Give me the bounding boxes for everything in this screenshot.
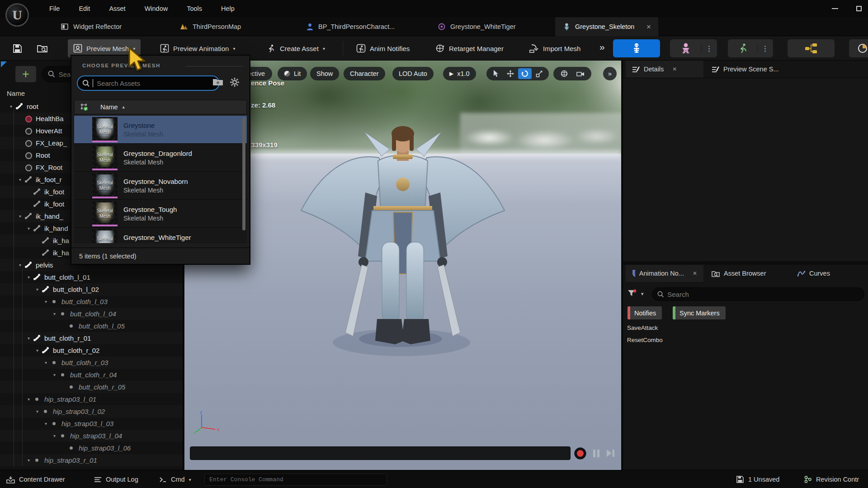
- menu-tools[interactable]: Tools: [177, 3, 212, 14]
- tree-column-header[interactable]: Name: [7, 89, 25, 97]
- notify-item[interactable]: SaveAttack: [627, 324, 658, 331]
- tab-widget-reflector[interactable]: Widget Reflector: [53, 17, 129, 36]
- preview-mesh-option[interactable]: Skeletal Mesh Greystone_ToughSkeletal Me…: [74, 200, 247, 228]
- expand-arrow-icon[interactable]: ▾: [42, 299, 50, 304]
- pause-button[interactable]: [593, 450, 600, 457]
- path-picker-button[interactable]: [212, 77, 223, 86]
- tree-row[interactable]: ▾butt_cloth_r_04: [0, 369, 183, 381]
- expand-arrow-icon[interactable]: ▾: [16, 177, 24, 182]
- expand-arrow-icon[interactable]: ▾: [51, 311, 58, 316]
- tab-bp-thirdpersoncharacter[interactable]: BP_ThirdPersonCharact...: [298, 17, 402, 36]
- tree-row[interactable]: ▾butt_cloth_r_01: [0, 332, 183, 344]
- expand-arrow-icon[interactable]: ▾: [51, 372, 58, 377]
- select-tool-icon[interactable]: [489, 68, 503, 79]
- view-settings-button[interactable]: [230, 77, 240, 87]
- expand-arrow-icon[interactable]: ▾: [16, 214, 24, 219]
- tab-close-icon[interactable]: ✕: [693, 270, 697, 277]
- save-button[interactable]: [7, 39, 28, 57]
- notifies-filter-chip[interactable]: Notifies: [627, 306, 662, 319]
- tree-row[interactable]: ▾hip_strap03_l_01: [0, 393, 183, 405]
- tab-close-icon[interactable]: ✕: [672, 66, 677, 72]
- output-log-button[interactable]: Output Log: [94, 470, 138, 488]
- tree-row[interactable]: ▾butt_cloth_l_04: [0, 308, 183, 320]
- tab-preview-scene-settings[interactable]: Preview Scene S...: [705, 61, 805, 78]
- skeleton-editor-button[interactable]: [613, 39, 660, 57]
- cmd-dropdown[interactable]: Cmd ▾: [159, 470, 191, 488]
- import-mesh-button[interactable]: Import Mesh: [524, 39, 586, 57]
- viewport-lod-button[interactable]: LOD Auto: [392, 67, 434, 80]
- expand-arrow-icon[interactable]: ▾: [51, 433, 58, 438]
- scale-tool-icon[interactable]: [533, 68, 546, 79]
- expand-arrow-icon[interactable]: ▾: [42, 421, 50, 426]
- notifies-search-box[interactable]: [652, 287, 864, 301]
- physics-editor-button[interactable]: [849, 39, 868, 57]
- tree-row[interactable]: ▾hip_strap03_l_03: [0, 418, 183, 430]
- mesh-options-kebab-icon[interactable]: ⋮: [701, 44, 717, 53]
- preview-animation-button[interactable]: Preview Animation ▾: [155, 39, 241, 57]
- filter-icon[interactable]: [627, 289, 637, 297]
- asset-search-input[interactable]: [97, 80, 214, 87]
- tab-greystone-skeleton[interactable]: Greystone_Skeleton ✕: [555, 17, 658, 36]
- expand-arrow-icon[interactable]: ▾: [42, 360, 50, 365]
- maximize-icon[interactable]: [856, 6, 862, 11]
- animation-options-kebab-icon[interactable]: ⋮: [757, 44, 773, 53]
- content-drawer-button[interactable]: Content Drawer: [6, 470, 65, 488]
- tree-row[interactable]: ▾butt_cloth_l_05: [0, 320, 183, 332]
- camera-speed-icon[interactable]: [574, 68, 587, 79]
- tree-row[interactable]: ▾hip_strap03_r_01: [0, 454, 183, 466]
- tree-row[interactable]: ▾butt_cloth_r_03: [0, 357, 183, 369]
- tree-row[interactable]: ▾butt_cloth_r_05: [0, 381, 183, 393]
- record-button[interactable]: [574, 447, 586, 460]
- console-command-box[interactable]: [204, 474, 387, 486]
- unsaved-status[interactable]: 1 Unsaved: [736, 470, 779, 488]
- tab-animation-notifies[interactable]: Animation No... ✕: [626, 265, 703, 282]
- viewport-character-button[interactable]: Character: [344, 67, 385, 80]
- notifies-search-input[interactable]: [667, 291, 859, 298]
- menu-help[interactable]: Help: [212, 3, 244, 14]
- tree-row[interactable]: ▾butt_cloth_l_03: [0, 296, 183, 308]
- tree-row[interactable]: ▾butt_cloth_r_02: [0, 344, 183, 357]
- menu-window[interactable]: Window: [135, 3, 178, 14]
- expand-arrow-icon[interactable]: ▾: [25, 275, 33, 280]
- tab-curves[interactable]: Curves: [791, 265, 850, 282]
- expand-arrow-icon[interactable]: ▾: [25, 226, 33, 231]
- revision-control-button[interactable]: Revision Contr: [804, 470, 859, 488]
- viewport-toolbar-overflow-icon[interactable]: »: [603, 67, 617, 80]
- sync-markers-filter-chip[interactable]: Sync Markers: [673, 306, 726, 319]
- move-tool-icon[interactable]: [504, 68, 517, 79]
- expand-arrow-icon[interactable]: ▾: [25, 336, 33, 341]
- menu-asset[interactable]: Asset: [99, 3, 135, 14]
- rotate-tool-icon[interactable]: [518, 68, 532, 79]
- coordinate-space-icon[interactable]: [557, 68, 571, 79]
- viewport-playback-speed-button[interactable]: ▶ x1.0: [443, 67, 476, 80]
- retarget-manager-button[interactable]: Retarget Manager: [429, 39, 509, 57]
- preview-mesh-option[interactable]: Skeletal Mesh Greystone_DragonlordSkelet…: [74, 144, 247, 172]
- create-asset-button[interactable]: Create Asset ▾: [261, 39, 330, 57]
- popup-scrollbar[interactable]: [242, 117, 245, 230]
- viewport-show-button[interactable]: Show: [310, 67, 339, 80]
- expand-arrow-icon[interactable]: ▾: [33, 287, 41, 292]
- expand-arrow-icon[interactable]: ▾: [25, 458, 33, 463]
- add-bone-button[interactable]: +: [15, 66, 36, 82]
- animation-editor-button[interactable]: ⋮: [728, 39, 773, 57]
- step-forward-button[interactable]: [607, 450, 614, 457]
- expand-arrow-icon[interactable]: ▾: [16, 263, 24, 267]
- toolbar-overflow-icon[interactable]: »: [599, 42, 604, 52]
- menu-file[interactable]: File: [40, 3, 69, 14]
- tree-row[interactable]: ▾butt_cloth_l_01: [0, 271, 183, 283]
- viewport-lit-mode-button[interactable]: Lit: [278, 67, 307, 80]
- asset-search-box[interactable]: [77, 75, 220, 91]
- expand-arrow-icon[interactable]: ▾: [33, 348, 41, 353]
- tree-row[interactable]: ▾hip_strap03_l_04: [0, 430, 183, 442]
- browse-asset-button[interactable]: [32, 39, 53, 57]
- menu-edit[interactable]: Edit: [69, 3, 99, 14]
- expand-arrow-icon[interactable]: ▾: [25, 397, 33, 402]
- minimize-icon[interactable]: [832, 8, 838, 9]
- tree-row[interactable]: ▾hip_strap03_l_06: [0, 442, 183, 454]
- filter-caret-icon[interactable]: ▾: [641, 291, 644, 297]
- tab-thirdpersonmap[interactable]: ThirdPersonMap: [173, 17, 248, 36]
- tree-row[interactable]: ▾hip_strap03_l_02: [0, 405, 183, 418]
- expand-arrow-icon[interactable]: ▾: [7, 104, 15, 109]
- tree-row[interactable]: ▾butt_cloth_l_02: [0, 283, 183, 296]
- notify-item[interactable]: ResetCombo: [627, 337, 663, 343]
